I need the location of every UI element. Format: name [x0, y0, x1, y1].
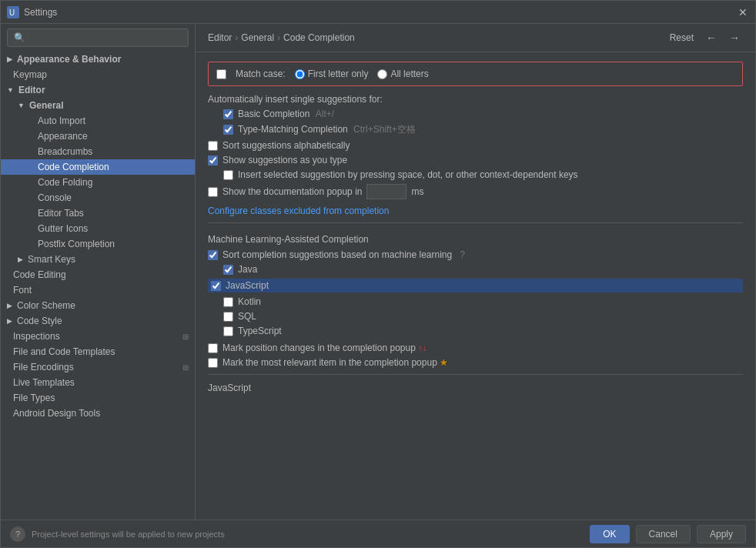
javascript-label[interactable]: JavaScript: [226, 280, 269, 291]
sidebar-item-file-encodings[interactable]: File Encodings ⊞: [1, 359, 195, 375]
sort-ml-row: Sort completion suggestions based on mac…: [208, 249, 743, 260]
sidebar-item-color-scheme[interactable]: ▶ Color Scheme: [1, 298, 195, 313]
sidebar-item-appearance[interactable]: Appearance: [1, 129, 195, 144]
radio-all-letters[interactable]: All letters: [377, 68, 428, 79]
sidebar-item-general[interactable]: ▼ General: [1, 98, 195, 113]
javascript-checkbox[interactable]: [211, 281, 221, 291]
mark-position-checkbox[interactable]: [208, 343, 218, 353]
java-checkbox[interactable]: [223, 265, 233, 275]
show-suggestions-checkbox[interactable]: [208, 155, 218, 165]
ms-label: ms: [411, 186, 423, 197]
bottom-bar: ? Project-level settings will be applied…: [1, 520, 755, 547]
mark-position-label[interactable]: Mark position changes in the completion …: [222, 342, 427, 353]
insert-selected-row: Insert selected suggestion by pressing s…: [208, 169, 743, 180]
breadcrumb-code-completion: Code Completion: [283, 32, 355, 43]
typescript-row: TypeScript: [208, 326, 743, 336]
expand-arrow-editor: ▼: [7, 86, 14, 94]
expand-arrow-general: ▼: [18, 102, 25, 109]
basic-completion-checkbox[interactable]: [223, 109, 233, 119]
settings-window: U Settings ✕ ▶ Appearance & Behavior Key…: [0, 0, 756, 548]
sidebar-item-file-types[interactable]: File Types: [1, 390, 195, 406]
radio-first-letter-input[interactable]: [295, 69, 305, 79]
sql-checkbox[interactable]: [223, 312, 233, 322]
close-button[interactable]: ✕: [737, 6, 749, 18]
search-input[interactable]: [7, 28, 189, 47]
type-matching-shortcut: Ctrl+Shift+空格: [353, 124, 416, 135]
sidebar-item-code-style[interactable]: ▶ Code Style: [1, 313, 195, 329]
apply-button[interactable]: Apply: [697, 525, 746, 543]
back-button[interactable]: ←: [703, 30, 720, 45]
configure-link-container: Configure classes excluded from completi…: [208, 206, 743, 216]
radio-first-letter[interactable]: First letter only: [295, 68, 369, 79]
position-arrows: ↑↓: [418, 343, 427, 353]
javascript-section-header: JavaScript: [208, 383, 743, 393]
doc-popup-value[interactable]: 1000: [366, 184, 406, 199]
kotlin-checkbox[interactable]: [223, 297, 233, 307]
sort-ml-checkbox[interactable]: [208, 250, 218, 260]
help-icon[interactable]: ?: [10, 526, 25, 542]
sql-label[interactable]: SQL: [238, 311, 256, 322]
typescript-checkbox[interactable]: [223, 326, 233, 336]
sidebar-item-postfix-completion[interactable]: Postfix Completion: [1, 236, 195, 252]
match-case-checkbox[interactable]: [216, 69, 226, 79]
ok-button[interactable]: OK: [590, 525, 629, 543]
sidebar-item-appearance-behavior[interactable]: ▶ Appearance & Behavior: [1, 52, 195, 67]
show-doc-popup-checkbox[interactable]: [208, 187, 218, 197]
cancel-button[interactable]: Cancel: [636, 525, 691, 543]
java-label[interactable]: Java: [238, 264, 257, 275]
reset-button[interactable]: Reset: [667, 31, 697, 45]
sort-alpha-checkbox[interactable]: [208, 141, 218, 151]
expand-arrow-color-scheme: ▶: [7, 302, 12, 309]
sidebar-item-gutter-icons[interactable]: Gutter Icons: [1, 221, 195, 236]
sidebar-item-code-completion[interactable]: Code Completion: [1, 159, 195, 175]
basic-completion-shortcut: Alt+/: [316, 109, 334, 119]
sort-alpha-label[interactable]: Sort suggestions alphabetically: [222, 140, 350, 151]
sidebar-item-file-code-templates[interactable]: File and Code Templates: [1, 344, 195, 359]
sidebar-item-font[interactable]: Font: [1, 282, 195, 298]
show-suggestions-label[interactable]: Show suggestions as you type: [222, 155, 347, 165]
insert-selected-label[interactable]: Insert selected suggestion by pressing s…: [238, 169, 578, 180]
kotlin-row: Kotlin: [208, 296, 743, 307]
type-matching-label[interactable]: Type-Matching Completion Ctrl+Shift+空格: [238, 123, 416, 136]
basic-completion-label[interactable]: Basic Completion Alt+/: [238, 109, 334, 119]
sidebar-item-console[interactable]: Console: [1, 190, 195, 206]
file-encodings-icon: ⊞: [182, 363, 189, 372]
mark-relevant-label[interactable]: Mark the most relevant item in the compl…: [222, 357, 448, 368]
app-icon: U: [7, 6, 19, 18]
sidebar-item-android-design-tools[interactable]: Android Design Tools: [1, 406, 195, 421]
star-icon: ★: [440, 357, 448, 368]
sidebar-item-editor[interactable]: ▼ Editor: [1, 82, 195, 98]
sidebar-item-auto-import[interactable]: Auto Import: [1, 113, 195, 129]
sidebar-item-breadcrumbs[interactable]: Breadcrumbs: [1, 144, 195, 159]
breadcrumb-sep-1: ›: [235, 32, 238, 43]
svg-text:U: U: [9, 8, 15, 17]
show-doc-popup-row: Show the documentation popup in 1000 ms: [208, 184, 743, 199]
mark-relevant-checkbox[interactable]: [208, 358, 218, 368]
radio-all-letters-input[interactable]: [377, 69, 387, 79]
typescript-label[interactable]: TypeScript: [238, 326, 282, 336]
type-matching-checkbox[interactable]: [223, 125, 233, 135]
sidebar-item-smart-keys[interactable]: ▶ Smart Keys: [1, 252, 195, 267]
sidebar-item-code-editing[interactable]: Code Editing: [1, 267, 195, 282]
sidebar-item-editor-tabs[interactable]: Editor Tabs: [1, 206, 195, 221]
ml-section-title: Machine Learning-Assisted Completion: [208, 234, 743, 245]
sidebar-item-live-templates[interactable]: Live Templates: [1, 375, 195, 390]
match-case-label[interactable]: Match case:: [236, 68, 286, 79]
match-case-section: Match case: First letter only All letter…: [208, 62, 743, 86]
show-doc-popup-label[interactable]: Show the documentation popup in: [222, 186, 362, 197]
insert-selected-checkbox[interactable]: [223, 170, 233, 180]
sort-ml-label[interactable]: Sort completion suggestions based on mac…: [222, 249, 452, 260]
show-suggestions-row: Show suggestions as you type: [208, 155, 743, 165]
separator-1: [208, 222, 743, 223]
sidebar-item-keymap[interactable]: Keymap: [1, 67, 195, 82]
forward-button[interactable]: →: [726, 30, 743, 45]
configure-link[interactable]: Configure classes excluded from completi…: [208, 206, 389, 216]
sidebar-item-code-folding[interactable]: Code Folding: [1, 175, 195, 190]
sidebar-item-inspections[interactable]: Inspections ⊞: [1, 329, 195, 344]
kotlin-label[interactable]: Kotlin: [238, 296, 261, 307]
ml-help-icon[interactable]: ?: [460, 249, 465, 260]
settings-content: Match case: First letter only All letter…: [196, 52, 755, 520]
radio-group-match: First letter only All letters: [295, 68, 429, 79]
main-panel: Editor › General › Code Completion Reset…: [196, 24, 755, 520]
sidebar: ▶ Appearance & Behavior Keymap ▼ Editor …: [1, 24, 196, 520]
